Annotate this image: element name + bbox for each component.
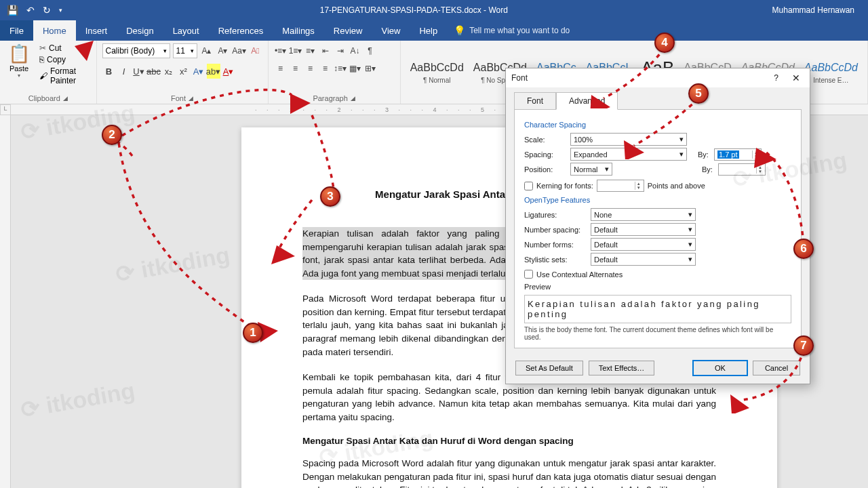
tab-file[interactable]: File — [0, 20, 33, 41]
chevron-down-icon: ▾ — [605, 165, 609, 174]
shading-button[interactable]: ▦▾ — [349, 61, 362, 76]
kerning-size-input[interactable]: ▲▼ — [597, 180, 644, 192]
position-combo[interactable]: Normal▾ — [570, 163, 612, 176]
sort-button[interactable]: A↓ — [349, 43, 362, 58]
redo-icon[interactable]: ↻ — [43, 5, 51, 16]
align-center-button[interactable]: ≡ — [289, 61, 302, 76]
annotation-5: 5 — [688, 83, 709, 104]
stylistic-combo[interactable]: Default▾ — [591, 253, 696, 266]
spinner-icon: ▲▼ — [635, 182, 641, 190]
preview-box: Kerapian tulisan adalah faktor yang pali… — [524, 295, 791, 323]
cancel-button[interactable]: Cancel — [753, 361, 800, 375]
chevron-down-icon: ▾ — [679, 150, 684, 159]
scale-label: Scale: — [524, 136, 566, 144]
chevron-down-icon: ▾ — [679, 135, 684, 144]
kerning-label: Kerning for fonts: — [536, 182, 593, 190]
ligatures-combo[interactable]: None▾ — [591, 208, 696, 221]
font-name-combo[interactable]: Calibri (Body)▾ — [102, 43, 170, 58]
tab-home[interactable]: Home — [33, 20, 76, 41]
tab-design[interactable]: Design — [117, 20, 163, 41]
scissors-icon: ✂ — [39, 43, 46, 53]
ok-button[interactable]: OK — [693, 361, 747, 375]
brush-icon: 🖌 — [39, 71, 47, 81]
tab-references[interactable]: References — [209, 20, 273, 41]
copy-button[interactable]: ⎘Copy — [39, 55, 91, 64]
chevron-down-icon: ▾ — [163, 47, 167, 54]
line-spacing-button[interactable]: ↕≡▾ — [334, 61, 347, 76]
save-icon[interactable]: 💾 — [7, 5, 18, 16]
tell-me-label: Tell me what you want to do — [469, 26, 570, 35]
document-title: 17-PENGATURAN-SPASI-PADA-TEKS.docx - Wor… — [69, 5, 759, 15]
strikethrough-button[interactable]: abc — [147, 64, 161, 79]
justify-button[interactable]: ≡ — [319, 61, 332, 76]
borders-button[interactable]: ⊞▾ — [363, 61, 377, 76]
cut-button[interactable]: ✂Cut — [39, 43, 91, 53]
superscript-button[interactable]: x² — [177, 64, 191, 79]
tab-insert[interactable]: Insert — [76, 20, 117, 41]
annotation-2: 2 — [102, 125, 122, 145]
style-normal[interactable]: AaBbCcDd¶ Normal — [410, 62, 464, 84]
undo-icon[interactable]: ↶ — [26, 5, 35, 16]
tab-review[interactable]: Review — [324, 20, 372, 41]
change-case-button[interactable]: Aa▾ — [233, 43, 246, 58]
dialog-tab-advanced[interactable]: Advanced — [556, 92, 618, 110]
num-spacing-combo[interactable]: Default▾ — [591, 223, 696, 236]
grow-font-button[interactable]: A▴ — [200, 43, 214, 58]
style-intense-em[interactable]: AaBbCcDdIntense E… — [804, 62, 858, 84]
shrink-font-button[interactable]: A▾ — [216, 43, 230, 58]
paragraph-group-label: Paragraph — [313, 94, 347, 102]
tell-me-search[interactable]: 💡 Tell me what you want to do — [447, 20, 576, 41]
spacing-combo[interactable]: Expanded▾ — [570, 148, 687, 161]
set-default-button[interactable]: Set As Default — [515, 361, 583, 375]
dec-indent-button[interactable]: ⇤ — [319, 43, 332, 58]
highlight-button[interactable]: ab▾ — [207, 64, 220, 79]
text-effects-button[interactable]: A▾ — [192, 64, 205, 79]
underline-button[interactable]: U▾ — [132, 64, 146, 79]
position-by-input[interactable]: ▲▼ — [718, 163, 766, 176]
ribbon-tabs: File Home Insert Design Layout Reference… — [0, 20, 868, 41]
bold-button[interactable]: B — [102, 64, 116, 79]
paste-button[interactable]: 📋 Paste ▾ — [5, 43, 33, 79]
doc-paragraph[interactable]: Spacing pada Microsoft Word adalah fitur… — [302, 457, 716, 488]
contextual-alt-checkbox[interactable] — [524, 270, 533, 279]
tab-mailings[interactable]: Mailings — [273, 20, 324, 41]
opentype-section: OpenType Features — [524, 196, 791, 204]
font-color-button[interactable]: A▾ — [222, 64, 235, 79]
help-icon[interactable]: ? — [774, 73, 778, 83]
close-icon[interactable]: ✕ — [788, 73, 804, 83]
clipboard-launcher-icon[interactable]: ◢ — [63, 95, 68, 102]
tab-layout[interactable]: Layout — [163, 20, 209, 41]
font-size-combo[interactable]: 11▾ — [173, 43, 197, 58]
qat-dropdown-icon[interactable]: ▾ — [59, 7, 62, 14]
format-painter-button[interactable]: 🖌Format Painter — [39, 66, 91, 85]
user-name: Muhammad Hernawan — [759, 5, 868, 15]
tab-view[interactable]: View — [372, 20, 410, 41]
kerning-checkbox[interactable] — [524, 182, 533, 190]
scale-combo[interactable]: 100%▾ — [570, 133, 687, 146]
chevron-down-icon: ▾ — [688, 255, 692, 264]
align-right-button[interactable]: ≡ — [304, 61, 317, 76]
vertical-ruler[interactable] — [0, 115, 11, 488]
num-forms-label: Number forms: — [524, 241, 587, 249]
font-launcher-icon[interactable]: ◢ — [189, 95, 193, 102]
numbering-button[interactable]: 1≡▾ — [289, 43, 302, 58]
subscript-button[interactable]: x₂ — [162, 64, 176, 79]
italic-button[interactable]: I — [117, 64, 131, 79]
spacing-by-input[interactable]: 1.7 pt▲▼ — [714, 148, 762, 161]
font-dialog: Font ? ✕ Font Advanced Character Spacing… — [505, 68, 810, 384]
text-effects-button[interactable]: Text Effects… — [589, 361, 655, 375]
paragraph-launcher-icon[interactable]: ◢ — [351, 95, 355, 102]
tab-help[interactable]: Help — [410, 20, 447, 41]
spacing-label: Spacing: — [524, 150, 566, 159]
dialog-tab-font[interactable]: Font — [514, 92, 556, 110]
num-forms-combo[interactable]: Default▾ — [591, 238, 696, 251]
clear-formatting-button[interactable]: A⃠ — [249, 43, 262, 58]
multilevel-button[interactable]: ≡▾ — [304, 43, 317, 58]
bullets-button[interactable]: •≡▾ — [274, 43, 288, 58]
points-above-label: Points and above — [648, 182, 705, 190]
show-marks-button[interactable]: ¶ — [363, 43, 377, 58]
annotation-6: 6 — [793, 239, 814, 259]
align-left-button[interactable]: ≡ — [274, 61, 288, 76]
annotation-4: 4 — [654, 33, 675, 53]
inc-indent-button[interactable]: ⇥ — [334, 43, 347, 58]
